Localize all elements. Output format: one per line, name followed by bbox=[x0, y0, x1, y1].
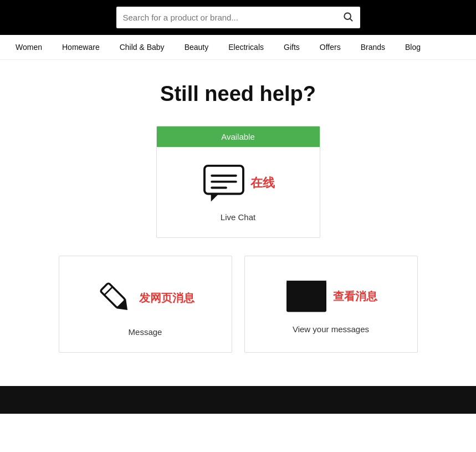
message-icon-wrapper: 发网页消息 bbox=[96, 278, 195, 317]
live-chat-label: Live Chat bbox=[221, 212, 255, 222]
sidebar-item-beauty[interactable]: Beauty bbox=[175, 35, 219, 59]
main-content: Still need help? Available 在线 Live Chat bbox=[0, 60, 476, 386]
bottom-cards: 发网页消息 Message 查看消息 View your messages bbox=[59, 256, 418, 353]
search-bar bbox=[116, 7, 360, 28]
chat-icon-wrapper: 在线 bbox=[202, 164, 275, 202]
online-text: 在线 bbox=[250, 175, 275, 191]
header bbox=[0, 0, 476, 35]
search-icon bbox=[342, 11, 354, 22]
chat-bubble-icon bbox=[202, 164, 246, 202]
svg-rect-2 bbox=[204, 166, 243, 194]
view-messages-label: View your messages bbox=[293, 324, 369, 334]
live-chat-body: 在线 Live Chat bbox=[157, 147, 320, 237]
message-chinese-text: 发网页消息 bbox=[139, 291, 195, 306]
message-label: Message bbox=[129, 327, 162, 337]
page-title: Still need help? bbox=[160, 82, 316, 106]
view-messages-icon-wrapper: 查看消息 bbox=[284, 278, 377, 314]
pencil-icon bbox=[96, 278, 135, 317]
view-messages-card[interactable]: 查看消息 View your messages bbox=[244, 256, 418, 353]
search-input[interactable] bbox=[123, 13, 338, 22]
live-chat-card[interactable]: Available 在线 Live Chat bbox=[156, 126, 320, 238]
message-card[interactable]: 发网页消息 Message bbox=[59, 256, 232, 353]
svg-marker-6 bbox=[211, 194, 218, 201]
sidebar-item-offers[interactable]: Offers bbox=[310, 35, 351, 59]
sidebar-item-electricals[interactable]: Electricals bbox=[218, 35, 274, 59]
svg-line-1 bbox=[350, 19, 352, 21]
sidebar-item-gifts[interactable]: Gifts bbox=[274, 35, 310, 59]
envelope-icon bbox=[284, 278, 329, 314]
sidebar-item-homeware[interactable]: Homeware bbox=[52, 35, 110, 59]
available-badge: Available bbox=[157, 126, 320, 147]
sidebar-item-women[interactable]: Women bbox=[6, 35, 52, 59]
footer bbox=[0, 386, 476, 414]
search-button[interactable] bbox=[338, 11, 354, 24]
sidebar-item-brands[interactable]: Brands bbox=[351, 35, 395, 59]
sidebar-item-blog[interactable]: Blog bbox=[395, 35, 431, 59]
sidebar-item-child-baby[interactable]: Child & Baby bbox=[110, 35, 175, 59]
nav: Women Homeware Child & Baby Beauty Elect… bbox=[0, 35, 476, 60]
view-messages-chinese-text: 查看消息 bbox=[333, 289, 377, 304]
